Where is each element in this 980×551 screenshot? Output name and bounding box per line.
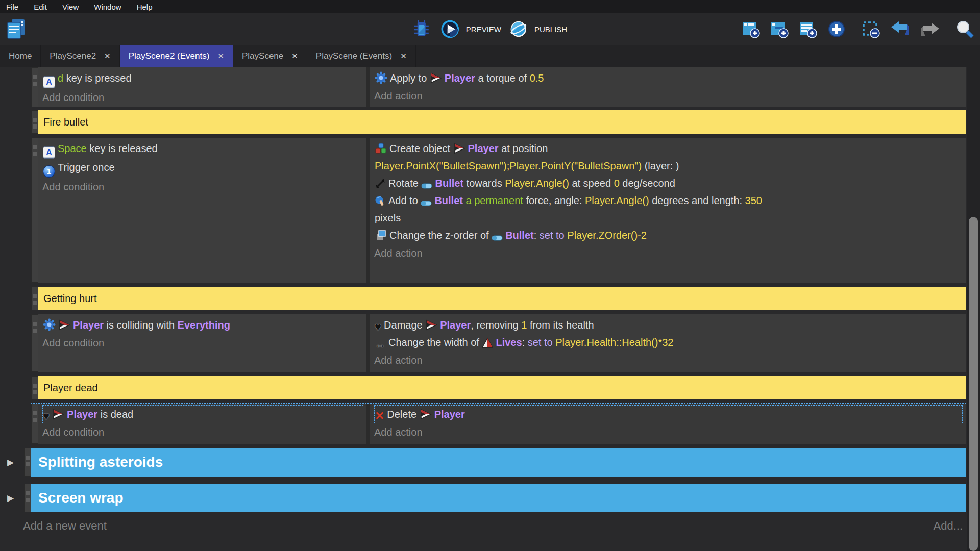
- action-line[interactable]: Create object Player at position: [375, 140, 962, 157]
- add-event-icon[interactable]: [741, 19, 761, 39]
- action-line[interactable]: Change the z-order of Bullet: set to Pla…: [375, 227, 962, 244]
- condition-line[interactable]: ASpace key is released: [43, 140, 363, 159]
- action-text: Create object: [389, 143, 453, 154]
- action-line-continuation[interactable]: pixels: [375, 209, 962, 227]
- tab-playscene[interactable]: PlayScene ✕: [233, 45, 307, 67]
- object-name: Everything: [178, 319, 230, 331]
- action-text: from its health: [527, 319, 594, 331]
- event-row[interactable]: Player is colliding with Everything Add …: [31, 314, 966, 372]
- parameter-expression: Player.Angle(): [585, 195, 649, 206]
- action-line[interactable]: ↔Change the width of Lives: set to Playe…: [375, 334, 962, 351]
- comment-banner[interactable]: Player dead: [38, 376, 966, 399]
- event-drag-handle[interactable]: [31, 376, 38, 399]
- group-row[interactable]: ▶ Screen wrap: [5, 484, 966, 512]
- comment-row[interactable]: Player dead: [31, 376, 966, 399]
- event-drag-handle[interactable]: [31, 404, 38, 444]
- tab-home[interactable]: Home: [0, 45, 41, 67]
- comment-row[interactable]: Getting hurt: [31, 287, 966, 310]
- redo-icon[interactable]: [919, 20, 941, 38]
- menu-view[interactable]: View: [62, 3, 79, 11]
- tab-playscene-events[interactable]: PlayScene (Events) ✕: [307, 45, 416, 67]
- condition-text: Trigger once: [58, 162, 115, 173]
- vertical-scrollbar[interactable]: [967, 67, 980, 551]
- close-icon[interactable]: ✕: [400, 52, 407, 61]
- actions-cell[interactable]: ✕Delete Player Add action: [370, 404, 966, 444]
- search-icon[interactable]: [955, 19, 974, 39]
- menu-help[interactable]: Help: [137, 3, 153, 11]
- event-drag-handle[interactable]: [31, 110, 38, 134]
- condition-line[interactable]: 1Trigger once: [43, 159, 363, 178]
- add-new-event-button[interactable]: Add a new event: [23, 519, 107, 533]
- comment-banner[interactable]: Getting hurt: [38, 287, 966, 310]
- condition-line[interactable]: Player is colliding with Everything: [43, 316, 363, 334]
- add-action-button[interactable]: Add action: [374, 352, 963, 369]
- add-circle-icon[interactable]: [826, 19, 847, 39]
- add-more-button[interactable]: Add...: [934, 519, 963, 533]
- publish-button[interactable]: PUBLISH: [509, 20, 567, 38]
- add-condition-button[interactable]: Add condition: [42, 89, 363, 106]
- conditions-cell[interactable]: Ad key is pressed Add condition: [38, 67, 366, 107]
- actions-cell[interactable]: Apply to Player a torque of 0.5 Add acti…: [370, 67, 966, 107]
- event-row[interactable]: ASpace key is released 1Trigger once Add…: [31, 138, 966, 283]
- add-condition-button[interactable]: Add condition: [42, 334, 363, 352]
- undo-icon[interactable]: [890, 20, 911, 38]
- project-manager-icon[interactable]: [4, 18, 28, 40]
- close-icon[interactable]: ✕: [104, 52, 111, 61]
- comment-row[interactable]: Fire bullet: [31, 110, 966, 134]
- action-line-continuation[interactable]: Player.PointX("BulletSpawn");Player.Poin…: [375, 157, 962, 174]
- event-row[interactable]: Ad key is pressed Add condition Apply to…: [31, 67, 966, 107]
- conditions-cell[interactable]: ASpace key is released 1Trigger once Add…: [38, 138, 366, 283]
- tab-playscene2[interactable]: PlayScene2 ✕: [41, 45, 119, 67]
- object-name: Player: [445, 72, 475, 84]
- condition-text: is dead: [97, 409, 133, 420]
- event-drag-handle[interactable]: [24, 448, 31, 477]
- comment-banner[interactable]: Fire bullet: [38, 110, 966, 134]
- chevron-right-icon[interactable]: ▶: [5, 484, 24, 512]
- add-action-button[interactable]: Add action: [374, 244, 963, 262]
- publish-label: PUBLISH: [534, 25, 567, 34]
- debugger-icon[interactable]: [413, 20, 430, 38]
- condition-line[interactable]: ♥Player is dead: [43, 406, 363, 423]
- menu-file[interactable]: File: [6, 3, 18, 11]
- bullet-object-icon: [421, 200, 432, 207]
- group-banner[interactable]: Splitting asteroids: [31, 448, 966, 477]
- tab-label: PlayScene2 (Events): [129, 51, 210, 61]
- event-drag-handle[interactable]: [31, 314, 38, 372]
- add-comment-icon[interactable]: [798, 19, 818, 39]
- event-drag-handle[interactable]: [31, 67, 38, 107]
- conditions-cell[interactable]: Player is colliding with Everything Add …: [38, 314, 366, 372]
- condition-line[interactable]: Ad key is pressed: [43, 69, 363, 88]
- action-line[interactable]: Rotate Bullet towards Player.Angle() at …: [375, 174, 962, 192]
- close-icon[interactable]: ✕: [291, 52, 298, 61]
- conditions-cell[interactable]: ♥Player is dead Add condition: [38, 404, 366, 444]
- actions-cell[interactable]: ♥Damage Player, removing 1 from its heal…: [370, 314, 966, 372]
- add-condition-button[interactable]: Add condition: [42, 178, 363, 195]
- event-drag-handle[interactable]: [31, 287, 38, 310]
- scrollbar-thumb[interactable]: [969, 217, 978, 551]
- chevron-right-icon[interactable]: ▶: [5, 448, 24, 477]
- group-banner[interactable]: Screen wrap: [31, 484, 966, 512]
- add-action-button[interactable]: Add action: [374, 87, 963, 105]
- tab-bar: Home PlayScene2 ✕ PlayScene2 (Events) ✕ …: [0, 45, 980, 67]
- action-text: Change the z-order of: [389, 230, 492, 241]
- event-drag-handle[interactable]: [31, 138, 38, 283]
- tab-playscene2-events[interactable]: PlayScene2 (Events) ✕: [120, 45, 233, 67]
- menu-edit[interactable]: Edit: [34, 3, 47, 11]
- actions-cell[interactable]: Create object Player at position Player.…: [370, 138, 966, 283]
- add-condition-button[interactable]: Add condition: [42, 423, 363, 441]
- menu-window[interactable]: Window: [94, 3, 121, 11]
- add-action-button[interactable]: Add action: [374, 423, 963, 441]
- event-drag-handle[interactable]: [24, 484, 31, 512]
- delete-selection-icon[interactable]: [861, 19, 881, 39]
- z-order-icon: [375, 229, 387, 241]
- action-line[interactable]: ✕Delete Player: [375, 406, 962, 423]
- preview-button[interactable]: PREVIEW: [441, 20, 501, 38]
- group-row[interactable]: ▶ Splitting asteroids: [5, 448, 966, 477]
- preview-play-icon: [441, 20, 459, 38]
- event-row-selected[interactable]: ♥Player is dead Add condition ✕Delete Pl…: [31, 404, 966, 444]
- close-icon[interactable]: ✕: [217, 52, 224, 61]
- action-line[interactable]: ♥Damage Player, removing 1 from its heal…: [375, 316, 962, 334]
- add-subevent-icon[interactable]: [769, 19, 790, 39]
- action-line[interactable]: Apply to Player a torque of 0.5: [375, 69, 962, 87]
- action-line[interactable]: Add to Bullet a permanent force, angle: …: [375, 192, 962, 209]
